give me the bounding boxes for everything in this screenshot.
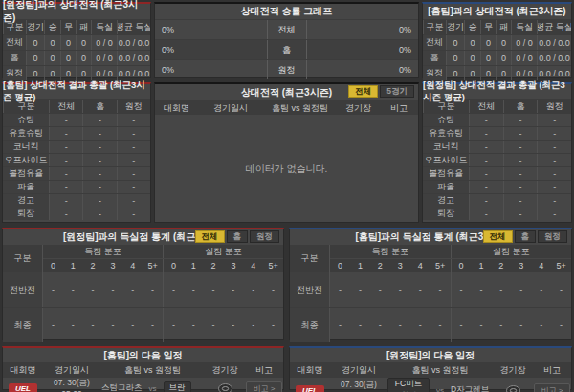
cell-loss: 0 bbox=[496, 35, 511, 50]
stadium-icon[interactable] bbox=[218, 383, 232, 392]
row-label: 유효슈팅 bbox=[3, 127, 49, 140]
next-match-row: UEL 07. 30(금) 05:00 FC미트윌란 vs D자그레브 비고 > bbox=[290, 377, 571, 392]
panel-title: [홈팀] 상대전적 결과 총괄 (최근3시즌 평균) bbox=[3, 84, 150, 99]
cell-avg-goals: 0.0 / 0.0 bbox=[117, 66, 150, 80]
vs-label: vs bbox=[430, 386, 451, 392]
row-label: 경고 bbox=[3, 194, 49, 207]
column-header: 경기 bbox=[446, 20, 464, 34]
cell-home: - bbox=[503, 181, 538, 193]
cell-draw: 0 bbox=[480, 35, 496, 50]
cell: - bbox=[350, 272, 370, 307]
row-label: 파울 bbox=[3, 181, 49, 193]
row-label: 전체 bbox=[423, 35, 446, 50]
cell: - bbox=[430, 308, 451, 342]
conceded-bins: 012345+ bbox=[163, 259, 283, 272]
filter-away-button[interactable]: 원정 bbox=[250, 230, 279, 243]
cell-total: - bbox=[49, 141, 82, 153]
table-row: 퇴장 - - - bbox=[3, 207, 150, 220]
panel-next-away: [원정팀]의 다음 일정 대회명경기일시홈팀 vs 원정팀경기장비고 UEL 0… bbox=[289, 346, 572, 390]
home-team-name[interactable]: FC미트윌란 bbox=[387, 378, 430, 392]
conceded-bins: 012345+ bbox=[451, 259, 572, 272]
cell: - bbox=[330, 272, 350, 307]
column-header: 패 bbox=[496, 20, 511, 34]
match-datetime: 07. 30(금) 05:00 bbox=[330, 380, 387, 392]
cell-home: - bbox=[503, 194, 538, 207]
cell: - bbox=[223, 272, 243, 307]
cell: - bbox=[243, 272, 263, 307]
cell-draw: 0 bbox=[480, 66, 496, 80]
cell: - bbox=[204, 308, 224, 342]
row-label: 최종 bbox=[290, 308, 330, 342]
cell-goals: 0 / 0 bbox=[511, 51, 537, 65]
scored-group-header: 득점 분포 bbox=[43, 245, 163, 258]
cell: - bbox=[163, 272, 184, 307]
corner-header: 구분 bbox=[290, 245, 330, 272]
cell: - bbox=[63, 308, 83, 342]
panel-winrate-graph: 상대전적 승률 그래프 0% 전체 0% 0% 홈 0% 0% 원정 0% bbox=[154, 2, 419, 78]
cell: - bbox=[83, 272, 103, 307]
stadium-icon[interactable] bbox=[506, 385, 520, 392]
away-team-name[interactable]: 브란 bbox=[164, 381, 191, 392]
cell-games: 0 bbox=[446, 51, 464, 65]
row-label: 전반전 bbox=[3, 272, 43, 307]
cell: - bbox=[531, 272, 551, 307]
table-row: 오프사이드 - - - bbox=[3, 153, 150, 166]
table-row: 유효슈팅 - - - bbox=[423, 126, 571, 140]
cell-games: 0 bbox=[446, 35, 464, 50]
cell: - bbox=[350, 308, 370, 342]
table-row: 홈 0 0 0 0 0 / 0 0.0 / 0.0 bbox=[3, 50, 150, 65]
cell-total: - bbox=[469, 167, 503, 180]
panel-title: [원정팀] 상대전적 결과 총괄 (최근3시즌 평균) bbox=[423, 84, 571, 99]
cell-away: - bbox=[537, 154, 571, 166]
bin-header: 1 bbox=[184, 259, 204, 272]
cell-avg-goals: 0.0 / 0.0 bbox=[537, 66, 571, 80]
bins-row: 012345+ 012345+ bbox=[330, 258, 571, 272]
bin-header: 5+ bbox=[551, 259, 571, 272]
cell-win: 0 bbox=[464, 66, 480, 80]
cell: - bbox=[184, 272, 204, 307]
cell-total: - bbox=[469, 114, 503, 126]
filter-all-button[interactable]: 전체 bbox=[195, 230, 225, 243]
table-row: 유효슈팅 - - - bbox=[3, 126, 150, 140]
cell-loss: 0 bbox=[496, 66, 511, 80]
filter-home-button[interactable]: 홈 bbox=[227, 230, 249, 243]
bin-header: 5+ bbox=[143, 259, 163, 272]
table-row: 볼점유율 - - - bbox=[3, 166, 150, 180]
filter-away-button[interactable]: 원정 bbox=[538, 230, 567, 243]
table-header-row: 대회명경기일시홈팀 vs 원정팀경기장비고 bbox=[155, 100, 418, 115]
filter-all-button[interactable]: 전체 bbox=[348, 85, 378, 98]
note-button[interactable]: 비고 > bbox=[534, 383, 571, 392]
next-match-row: UEL 07. 30(금) 05:00 스텀그라츠 vs 브란 비고 > bbox=[3, 377, 283, 392]
filter-all-button[interactable]: 전체 bbox=[483, 230, 513, 243]
filter-home-button[interactable]: 홈 bbox=[515, 230, 537, 243]
row-label: 최종 bbox=[3, 308, 43, 342]
panel-title: [원정팀]과의 득실점 통계 (최근3시즌) 전체 홈 원정 bbox=[3, 229, 283, 245]
cell: - bbox=[143, 308, 163, 342]
away-team-name[interactable]: D자그레브 bbox=[451, 384, 489, 392]
goals-table-header: 구분 득점 분포 실점 분포 012345+ 012345+ bbox=[3, 245, 283, 272]
bin-header: 0 bbox=[164, 259, 184, 272]
row-label: 파울 bbox=[423, 181, 469, 193]
right-percent: 0% bbox=[307, 45, 419, 54]
table-row: 원정 0 0 0 0 0 / 0 0.0 / 0.0 bbox=[423, 65, 571, 80]
filter-last5-button[interactable]: 5경기 bbox=[380, 85, 414, 98]
bins-row: 012345+ 012345+ bbox=[43, 258, 283, 272]
cell: - bbox=[102, 308, 122, 342]
home-team-name[interactable]: 스텀그라츠 bbox=[101, 382, 143, 392]
bin-header: 1 bbox=[63, 259, 83, 272]
column-header: 대회명 bbox=[3, 364, 43, 377]
cell-draw: 0 bbox=[480, 51, 496, 65]
table-row: 파울 - - - bbox=[3, 180, 150, 193]
column-header: 경기일시 bbox=[43, 364, 100, 377]
column-header: 경기일시 bbox=[198, 102, 263, 115]
cell-home: - bbox=[503, 207, 538, 220]
column-header: 홈팀 vs 원정팀 bbox=[100, 364, 205, 377]
cell: - bbox=[390, 308, 410, 342]
note-button[interactable]: 비고 > bbox=[246, 381, 283, 392]
left-percent: 0% bbox=[155, 65, 267, 75]
cell-games: 0 bbox=[26, 35, 44, 50]
column-header: 구분 bbox=[423, 20, 446, 34]
cell: - bbox=[243, 308, 263, 342]
panel-h2h-list: 상대전적 (최근3시즌) 전체 5경기 대회명경기일시홈팀 vs 원정팀경기장비… bbox=[154, 82, 419, 223]
cell-away: - bbox=[117, 114, 150, 126]
